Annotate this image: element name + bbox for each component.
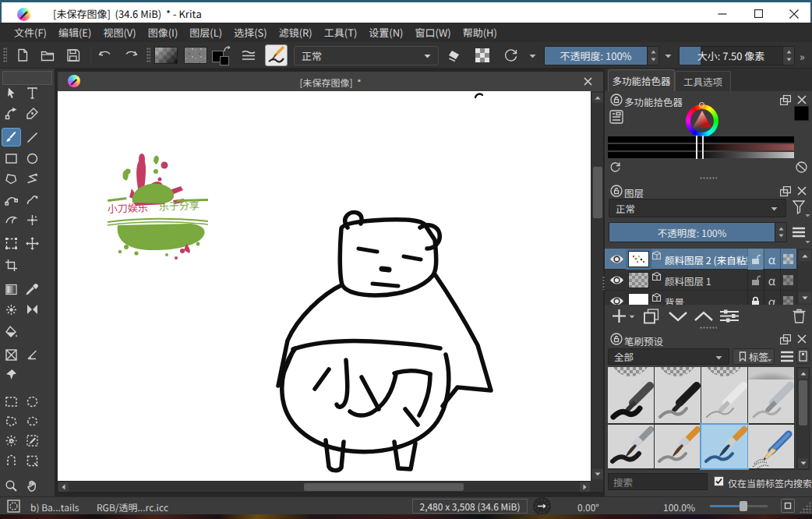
menu-tools[interactable]: 工具(T) [319, 23, 363, 42]
brush-preset-thumb[interactable] [701, 425, 747, 468]
tool-multibrush[interactable] [23, 210, 42, 229]
tool-freehand-path[interactable] [23, 190, 42, 209]
layer-options-icon[interactable] [791, 226, 807, 238]
float-docker-icon[interactable] [780, 186, 791, 196]
layer-lock-toggle[interactable] [747, 291, 763, 305]
brush-preset-thumb[interactable] [748, 380, 794, 423]
zoom-level[interactable]: 100.0% [663, 500, 695, 514]
scroll-left-arrow[interactable] [58, 482, 69, 492]
layer-alpha-toggle[interactable]: α [764, 249, 779, 270]
preset-filter-dropdown[interactable]: 全部 [608, 348, 729, 365]
lock-docker-icon[interactable] [610, 333, 623, 345]
menu-image[interactable]: 图像(I) [143, 23, 184, 42]
layer-opacity-spinner[interactable] [775, 223, 786, 242]
scroll-down-arrow[interactable] [799, 292, 811, 303]
layer-inherit-alpha-toggle[interactable] [780, 249, 796, 270]
save-icon[interactable] [63, 46, 83, 65]
layer-row-paint2[interactable]: 颜料图层 2 (来自粘贴) α [605, 249, 796, 270]
brush-preset-thumb[interactable] [655, 425, 701, 468]
add-layer-icon[interactable] [611, 308, 627, 324]
tool-edit-shapes[interactable] [2, 104, 21, 122]
menu-help[interactable]: 帮助(H) [457, 23, 503, 42]
tool-rectangle[interactable] [2, 149, 21, 168]
selection-mode-icon[interactable] [7, 500, 20, 513]
menu-select[interactable]: 选择(S) [228, 23, 273, 42]
filter-layers-icon[interactable] [792, 199, 806, 215]
menu-settings[interactable]: 设置(N) [363, 23, 408, 42]
tool-assistants[interactable] [2, 345, 21, 364]
tool-ellipse-select[interactable] [23, 392, 42, 411]
chevron-down-icon[interactable] [805, 240, 810, 244]
foreground-background-colors[interactable] [212, 46, 234, 66]
tool-text[interactable] [23, 83, 42, 102]
background-color-swatch[interactable] [220, 56, 229, 65]
layer-row-paint1[interactable]: 颜料图层 1 α [605, 270, 796, 291]
move-layer-up-icon[interactable] [694, 311, 714, 322]
brush-preset-thumb[interactable] [748, 425, 794, 468]
tool-reference-images[interactable] [2, 365, 21, 383]
tool-smart-patch[interactable] [23, 300, 42, 319]
disabled-icon[interactable] [796, 161, 807, 173]
preset-display-settings-button[interactable] [796, 348, 810, 364]
tool-dynamic-brush[interactable] [2, 210, 21, 229]
open-document-icon[interactable] [37, 46, 58, 65]
brush-preset-thumb[interactable] [655, 380, 701, 423]
lock-docker-icon[interactable] [610, 94, 623, 106]
opacity-spinner[interactable] [647, 47, 658, 65]
close-button[interactable] [781, 4, 807, 23]
toolbar-grip[interactable] [3, 48, 7, 63]
color-selector-settings-icon[interactable] [609, 110, 623, 124]
layer-inherit-alpha-toggle[interactable] [780, 270, 796, 291]
scroll-down-arrow[interactable] [592, 469, 603, 479]
strip-handle[interactable] [696, 151, 704, 159]
dock-splitter-handle[interactable] [602, 276, 605, 290]
canvas-subwindow-titlebar[interactable]: [未保存图像] * [58, 72, 603, 91]
layer-inherit-alpha-toggle[interactable] [780, 291, 796, 305]
menu-filter[interactable]: 滤镜(R) [274, 23, 318, 42]
tool-polygon-select[interactable] [2, 411, 21, 430]
tool-calligraphy[interactable] [23, 104, 42, 122]
tool-pattern-edit[interactable] [2, 300, 21, 319]
tool-freehand-brush[interactable] [2, 128, 21, 147]
menu-layer[interactable]: 图层(L) [184, 23, 228, 42]
lock-docker-icon[interactable] [610, 185, 623, 197]
tool-pan[interactable] [23, 476, 42, 495]
undo-icon[interactable] [95, 46, 115, 65]
current-brush-name[interactable]: b) Ba...tails [30, 500, 79, 514]
opacity-slider[interactable]: 不透明度: 100% [544, 46, 659, 65]
layer-lock-toggle[interactable] [747, 249, 763, 270]
zoom-slider-handle[interactable] [740, 501, 747, 511]
tool-crop[interactable] [2, 256, 21, 274]
brush-preset-thumb[interactable] [608, 425, 654, 468]
vertical-scroll-thumb[interactable] [593, 167, 602, 218]
gradient-swatch[interactable] [154, 47, 178, 64]
tool-gradient[interactable] [2, 280, 21, 298]
scroll-right-arrow[interactable] [580, 482, 590, 492]
tool-magnetic-select[interactable] [2, 451, 21, 470]
tool-fill[interactable] [2, 322, 21, 341]
layer-lock-toggle[interactable] [747, 270, 763, 291]
strip-handle[interactable] [696, 136, 704, 143]
layer-alpha-toggle[interactable]: α [764, 291, 779, 305]
scroll-up-arrow[interactable] [799, 250, 811, 261]
horizontal-scroll-thumb[interactable] [304, 483, 464, 491]
tool-select-from-layer[interactable] [23, 451, 42, 470]
canvas-only-mode-button[interactable] [781, 499, 795, 513]
tool-select-shapes[interactable] [2, 83, 21, 102]
vertical-scrollbar[interactable] [591, 91, 603, 481]
tag-button[interactable]: 标签 [733, 348, 775, 365]
size-spinner[interactable] [782, 47, 794, 65]
color-profile[interactable]: RGB/透明...rc.icc [97, 500, 168, 514]
close-canvas-icon[interactable] [584, 77, 592, 86]
horizontal-scrollbar[interactable] [58, 481, 591, 492]
tool-line[interactable] [23, 128, 42, 147]
delete-layer-icon[interactable] [792, 308, 807, 324]
swap-colors-icon[interactable] [224, 46, 231, 53]
tool-transform[interactable] [2, 234, 21, 252]
brush-preset-thumb[interactable] [608, 380, 654, 423]
preset-scroll-thumb[interactable] [799, 380, 807, 425]
close-docker-icon[interactable] [797, 334, 807, 344]
maximize-button[interactable] [745, 4, 771, 23]
tool-polyline[interactable] [23, 169, 42, 188]
tool-polygon[interactable] [2, 169, 21, 188]
